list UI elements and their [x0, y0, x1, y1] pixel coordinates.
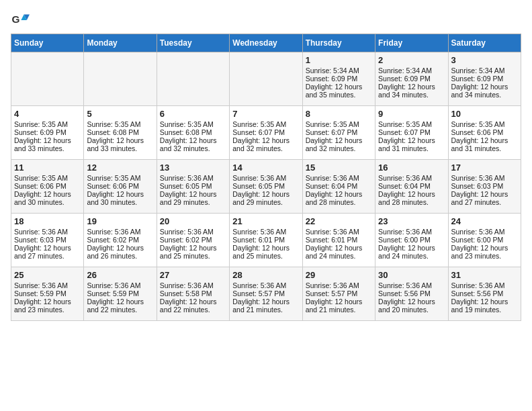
calendar-cell: 5Sunrise: 5:35 AMSunset: 6:08 PMDaylight…: [84, 106, 157, 160]
day-info: Sunset: 6:01 PM: [232, 236, 299, 244]
day-info: and 30 minutes.: [14, 198, 81, 206]
calendar-cell: 23Sunrise: 5:36 AMSunset: 6:00 PMDayligh…: [375, 214, 448, 267]
day-info: Sunrise: 5:36 AM: [232, 281, 299, 289]
day-info: and 21 minutes.: [232, 306, 299, 314]
day-info: Sunrise: 5:36 AM: [87, 228, 153, 236]
day-info: and 22 minutes.: [160, 306, 226, 314]
day-number: 30: [378, 270, 445, 280]
calendar-cell: [157, 52, 229, 106]
day-info: Sunset: 6:09 PM: [306, 75, 372, 83]
day-info: Sunset: 6:02 PM: [87, 236, 153, 244]
calendar-cell: 31Sunrise: 5:36 AMSunset: 5:56 PMDayligh…: [448, 267, 521, 321]
day-info: Daylight: 12 hours: [306, 83, 372, 91]
day-info: and 25 minutes.: [160, 252, 226, 260]
day-info: Sunrise: 5:35 AM: [14, 174, 81, 182]
day-info: Sunset: 6:05 PM: [232, 182, 299, 190]
day-info: Sunset: 6:08 PM: [160, 128, 226, 136]
calendar-cell: 16Sunrise: 5:36 AMSunset: 6:04 PMDayligh…: [375, 160, 448, 214]
day-info: Daylight: 12 hours: [14, 136, 81, 144]
day-info: Sunset: 6:09 PM: [14, 128, 81, 136]
calendar-cell: 14Sunrise: 5:36 AMSunset: 6:05 PMDayligh…: [230, 160, 302, 214]
day-info: Sunrise: 5:36 AM: [378, 281, 445, 289]
calendar-cell: 20Sunrise: 5:36 AMSunset: 6:02 PMDayligh…: [157, 214, 229, 267]
calendar-week-row: 18Sunrise: 5:36 AMSunset: 6:03 PMDayligh…: [11, 214, 521, 267]
calendar-cell: 7Sunrise: 5:35 AMSunset: 6:07 PMDaylight…: [230, 106, 302, 160]
day-number: 25: [14, 270, 81, 280]
calendar-cell: 13Sunrise: 5:36 AMSunset: 6:05 PMDayligh…: [157, 160, 229, 214]
day-info: Sunrise: 5:35 AM: [378, 120, 445, 128]
day-number: 2: [378, 55, 445, 65]
day-info: Sunrise: 5:35 AM: [160, 120, 226, 128]
calendar-cell: 30Sunrise: 5:36 AMSunset: 5:56 PMDayligh…: [375, 267, 448, 321]
day-info: Daylight: 12 hours: [306, 190, 372, 198]
day-info: Sunset: 6:03 PM: [451, 182, 518, 190]
day-info: Daylight: 12 hours: [232, 298, 299, 306]
day-info: Daylight: 12 hours: [232, 244, 299, 252]
day-info: and 30 minutes.: [87, 198, 153, 206]
day-number: 28: [232, 270, 299, 280]
calendar-cell: [230, 52, 302, 106]
calendar-cell: 10Sunrise: 5:35 AMSunset: 6:06 PMDayligh…: [448, 106, 521, 160]
day-info: Sunrise: 5:36 AM: [451, 174, 518, 182]
day-info: Sunrise: 5:36 AM: [306, 228, 372, 236]
day-info: and 27 minutes.: [451, 198, 518, 206]
day-info: Sunset: 6:04 PM: [378, 182, 445, 190]
header-saturday: Saturday: [448, 34, 521, 52]
day-number: 14: [232, 163, 299, 173]
day-info: Daylight: 12 hours: [451, 190, 518, 198]
day-info: Daylight: 12 hours: [87, 136, 153, 144]
day-info: and 22 minutes.: [87, 306, 153, 314]
day-info: Daylight: 12 hours: [232, 190, 299, 198]
day-info: Daylight: 12 hours: [451, 298, 518, 306]
day-info: and 24 minutes.: [378, 252, 445, 260]
day-info: Daylight: 12 hours: [451, 244, 518, 252]
calendar-cell: 24Sunrise: 5:36 AMSunset: 6:00 PMDayligh…: [448, 214, 521, 267]
calendar-cell: 28Sunrise: 5:36 AMSunset: 5:57 PMDayligh…: [230, 267, 302, 321]
calendar-cell: 4Sunrise: 5:35 AMSunset: 6:09 PMDaylight…: [11, 106, 84, 160]
day-info: Daylight: 12 hours: [160, 298, 226, 306]
calendar-cell: 22Sunrise: 5:36 AMSunset: 6:01 PMDayligh…: [302, 214, 375, 267]
calendar-cell: 29Sunrise: 5:36 AMSunset: 5:57 PMDayligh…: [302, 267, 375, 321]
day-info: Sunset: 6:07 PM: [232, 128, 299, 136]
day-info: Sunset: 6:00 PM: [451, 236, 518, 244]
day-info: Sunrise: 5:36 AM: [160, 228, 226, 236]
day-info: and 31 minutes.: [378, 144, 445, 152]
day-info: Daylight: 12 hours: [160, 244, 226, 252]
day-info: and 29 minutes.: [232, 198, 299, 206]
day-info: Daylight: 12 hours: [378, 83, 445, 91]
day-number: 7: [232, 109, 299, 119]
calendar-cell: 9Sunrise: 5:35 AMSunset: 6:07 PMDaylight…: [375, 106, 448, 160]
day-number: 27: [160, 270, 226, 280]
day-number: 13: [160, 163, 226, 173]
day-number: 8: [306, 109, 372, 119]
day-info: Sunset: 6:06 PM: [451, 128, 518, 136]
day-info: Sunrise: 5:35 AM: [451, 120, 518, 128]
day-number: 9: [378, 109, 445, 119]
day-info: Daylight: 12 hours: [232, 136, 299, 144]
day-info: Sunset: 6:09 PM: [378, 75, 445, 83]
day-number: 20: [160, 216, 226, 226]
day-info: Sunrise: 5:36 AM: [378, 228, 445, 236]
calendar-cell: [84, 52, 157, 106]
day-info: Sunrise: 5:34 AM: [306, 66, 372, 75]
calendar-week-row: 25Sunrise: 5:36 AMSunset: 5:59 PMDayligh…: [11, 267, 521, 321]
day-info: and 21 minutes.: [306, 306, 372, 314]
calendar-cell: 19Sunrise: 5:36 AMSunset: 6:02 PMDayligh…: [84, 214, 157, 267]
calendar-cell: 25Sunrise: 5:36 AMSunset: 5:59 PMDayligh…: [11, 267, 84, 321]
day-info: and 35 minutes.: [306, 91, 372, 99]
day-info: Sunrise: 5:35 AM: [232, 120, 299, 128]
day-number: 11: [14, 163, 81, 173]
day-info: Sunset: 5:58 PM: [160, 289, 226, 298]
day-info: Daylight: 12 hours: [378, 244, 445, 252]
day-number: 23: [378, 216, 445, 226]
header-thursday: Thursday: [302, 34, 375, 52]
day-info: and 27 minutes.: [14, 252, 81, 260]
calendar-week-row: 4Sunrise: 5:35 AMSunset: 6:09 PMDaylight…: [11, 106, 521, 160]
day-info: Sunset: 6:08 PM: [87, 128, 153, 136]
calendar-cell: [11, 52, 84, 106]
day-info: Sunrise: 5:34 AM: [378, 66, 445, 75]
day-info: Daylight: 12 hours: [451, 136, 518, 144]
day-info: Daylight: 12 hours: [14, 244, 81, 252]
header-sunday: Sunday: [11, 34, 84, 52]
day-info: Sunrise: 5:36 AM: [306, 281, 372, 289]
